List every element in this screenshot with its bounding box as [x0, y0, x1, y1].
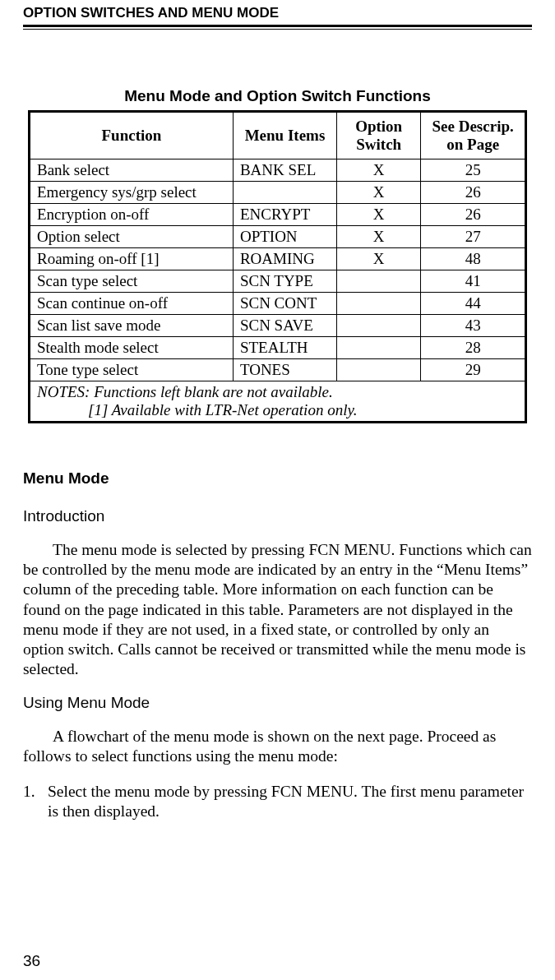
cell-page: 28	[421, 337, 525, 359]
cell-function: Tone type select	[30, 359, 233, 381]
function-table: Function Menu Items Option Switch See De…	[28, 110, 527, 423]
page-number: 36	[23, 952, 40, 970]
cell-function: Emergency sys/grp select	[30, 182, 233, 204]
cell-menu-item: OPTION	[233, 226, 336, 248]
cell-page: 27	[421, 226, 525, 248]
table-row: Bank select BANK SEL X 25	[30, 159, 525, 182]
paragraph-using: A flowchart of the menu mode is shown on…	[23, 727, 532, 766]
list-item-text: Select the menu mode by pressing FCN MEN…	[48, 782, 532, 821]
table-row: Roaming on-off [1] ROAMING X 48	[30, 248, 525, 270]
col-header-function: Function	[30, 113, 233, 159]
cell-page: 29	[421, 359, 525, 381]
cell-function: Stealth mode select	[30, 337, 233, 359]
cell-menu-item: SCN TYPE	[233, 270, 336, 293]
table-row: Tone type select TONES 29	[30, 359, 525, 381]
table-notes-row: NOTES: Functions left blank are not avai…	[30, 381, 525, 422]
col-header-option-switch: Option Switch	[337, 113, 421, 159]
cell-option-switch: X	[337, 182, 421, 204]
table-row: Scan type select SCN TYPE 41	[30, 270, 525, 293]
table-row: Option select OPTION X 27	[30, 226, 525, 248]
cell-option-switch: X	[337, 248, 421, 270]
paragraph-introduction-text: The menu mode is selected by pressing FC…	[23, 541, 532, 677]
paragraph-introduction: The menu mode is selected by pressing FC…	[23, 540, 532, 679]
cell-menu-item: BANK SEL	[233, 159, 336, 182]
cell-option-switch: X	[337, 159, 421, 182]
cell-option-switch	[337, 270, 421, 293]
cell-page: 26	[421, 204, 525, 226]
cell-option-switch	[337, 293, 421, 315]
subheading-using-menu-mode: Using Menu Mode	[23, 694, 532, 712]
list-item-number: 1.	[23, 782, 48, 821]
table-note-1: NOTES: Functions left blank are not avai…	[37, 383, 333, 400]
rule-thin	[23, 29, 532, 30]
table-note-2: [1] Available with LTR-Net operation onl…	[37, 401, 518, 419]
col-header-see-page: See Descrip. on Page	[421, 113, 525, 159]
subheading-introduction: Introduction	[23, 507, 532, 525]
cell-function: Scan continue on-off	[30, 293, 233, 315]
running-header: OPTION SWITCHES AND MENU MODE	[23, 0, 532, 25]
table-row: Encryption on-off ENCRYPT X 26	[30, 204, 525, 226]
cell-page: 41	[421, 270, 525, 293]
cell-page: 48	[421, 248, 525, 270]
cell-page: 25	[421, 159, 525, 182]
table-row: Emergency sys/grp select X 26	[30, 182, 525, 204]
table-row: Scan continue on-off SCN CONT 44	[30, 293, 525, 315]
cell-option-switch: X	[337, 226, 421, 248]
list-item: 1. Select the menu mode by pressing FCN …	[23, 782, 532, 821]
cell-page: 26	[421, 182, 525, 204]
table-row: Scan list save mode SCN SAVE 43	[30, 315, 525, 337]
cell-menu-item: ROAMING	[233, 248, 336, 270]
cell-option-switch: X	[337, 204, 421, 226]
rule-thick	[23, 25, 532, 27]
cell-menu-item	[233, 182, 336, 204]
table-title: Menu Mode and Option Switch Functions	[23, 87, 532, 105]
cell-menu-item: SCN CONT	[233, 293, 336, 315]
ordered-list: 1. Select the menu mode by pressing FCN …	[23, 782, 532, 821]
table-row: Stealth mode select STEALTH 28	[30, 337, 525, 359]
cell-function: Scan list save mode	[30, 315, 233, 337]
cell-page: 43	[421, 315, 525, 337]
cell-option-switch	[337, 337, 421, 359]
cell-menu-item: ENCRYPT	[233, 204, 336, 226]
paragraph-using-text: A flowchart of the menu mode is shown on…	[23, 728, 496, 765]
cell-option-switch	[337, 315, 421, 337]
cell-function: Encryption on-off	[30, 204, 233, 226]
cell-option-switch	[337, 359, 421, 381]
cell-function: Option select	[30, 226, 233, 248]
col-header-menu-items: Menu Items	[233, 113, 336, 159]
cell-page: 44	[421, 293, 525, 315]
cell-function: Roaming on-off [1]	[30, 248, 233, 270]
cell-function: Scan type select	[30, 270, 233, 293]
cell-menu-item: TONES	[233, 359, 336, 381]
cell-menu-item: SCN SAVE	[233, 315, 336, 337]
section-heading-menu-mode: Menu Mode	[23, 469, 532, 488]
cell-function: Bank select	[30, 159, 233, 182]
cell-menu-item: STEALTH	[233, 337, 336, 359]
